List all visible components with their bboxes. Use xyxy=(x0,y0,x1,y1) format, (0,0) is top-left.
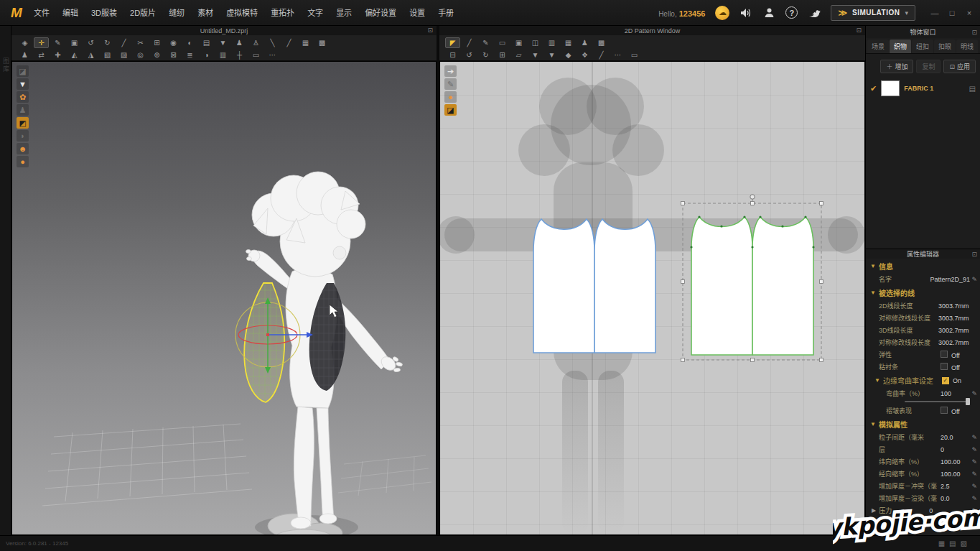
restore-button[interactable]: □ xyxy=(947,9,957,17)
layout-view-icon[interactable]: ▧ xyxy=(961,540,967,547)
avatar-silhouette-tool[interactable]: ♟ xyxy=(577,37,592,48)
edit-value-icon[interactable]: ✎ xyxy=(969,471,977,478)
edit-value-icon[interactable]: ✎ xyxy=(969,495,977,502)
menu-item-avatar[interactable]: 虚拟模特 xyxy=(220,4,264,22)
menu-item-sewing[interactable]: 缝纫 xyxy=(162,4,191,22)
grid-tool[interactable]: ▦ xyxy=(298,37,313,48)
tape-tool[interactable]: ╲ xyxy=(265,37,280,48)
fabric-menu-icon[interactable]: ▤ xyxy=(969,85,976,93)
menu-item-2d-pattern[interactable]: 2D版片 xyxy=(123,4,162,22)
simulation-caret-icon[interactable]: ▾ xyxy=(905,9,908,17)
viewport-3d[interactable]: ◪▼✿♟◩◗☻● xyxy=(11,61,437,535)
add-fabric-button[interactable]: ＋ 增加 xyxy=(880,60,913,73)
bend-rate-slider[interactable] xyxy=(866,399,980,404)
add-point-tool[interactable]: ▭ xyxy=(495,37,510,48)
buttonhole-tool[interactable]: ⊕ xyxy=(149,50,164,60)
help-icon[interactable]: ? xyxy=(785,6,798,19)
fabric-list-item[interactable]: ✔ FABRIC 1 ▤ xyxy=(866,76,980,101)
edit-pressure-icon[interactable]: ✎ xyxy=(969,507,977,514)
walk-avatar-tool[interactable]: ♟ xyxy=(17,50,32,60)
arrangement-points-icon[interactable]: ◩ xyxy=(17,117,29,129)
unfold-tool[interactable]: ⊟ xyxy=(445,50,460,60)
bend-checkbox[interactable]: ✓ xyxy=(942,377,949,384)
tab-button[interactable]: 纽扣 xyxy=(912,40,933,53)
fold-arrangement-tool[interactable]: ◐ xyxy=(182,37,197,48)
transform-pattern-tool[interactable]: ◤ xyxy=(445,37,460,48)
measure-tool[interactable]: ╱ xyxy=(281,37,297,48)
rotate-ccw-tool[interactable]: ↺ xyxy=(462,50,477,60)
minimize-button[interactable]: — xyxy=(930,9,940,17)
shirt-b-tool[interactable]: ▼ xyxy=(544,50,559,60)
pressure-row[interactable]: ▶ 压力 0 ✎ xyxy=(866,504,980,517)
texture-tool[interactable]: ◆ xyxy=(561,50,576,60)
tab-buttonhole[interactable]: 扣眼 xyxy=(934,40,956,53)
button-tool[interactable]: ◎ xyxy=(133,50,148,60)
garment-fit-tool[interactable]: ▤ xyxy=(199,37,214,48)
mesh-a-tool[interactable]: ▧ xyxy=(100,50,115,60)
fabric-strip-tool[interactable]: ▥ xyxy=(215,50,230,60)
edit-curvature-tool[interactable]: ✎ xyxy=(478,37,493,48)
property-editor-float-icon[interactable]: ⊡ xyxy=(971,251,977,258)
avatar-head-icon[interactable]: ☻ xyxy=(17,143,29,154)
elastic-checkbox[interactable] xyxy=(941,351,948,358)
edit-value-icon[interactable]: ✎ xyxy=(969,483,977,490)
zipper-tool[interactable]: ≣ xyxy=(182,50,197,60)
shirt-a-tool[interactable]: ▼ xyxy=(528,50,543,60)
pressure-slider[interactable] xyxy=(866,517,980,522)
object-window-float-icon[interactable]: ⊡ xyxy=(971,29,977,36)
fusible-checkbox[interactable] xyxy=(941,363,948,370)
avatar-pose-tool[interactable]: ♙ xyxy=(248,37,263,48)
rotate-cw-tool[interactable]: ↻ xyxy=(478,50,493,60)
section-bend[interactable]: ▼ 边缘弯曲率设定 ✓On xyxy=(866,373,980,387)
attach-button-tool[interactable]: ⊠ xyxy=(166,50,181,60)
menu-item-manual[interactable]: 手册 xyxy=(431,4,460,22)
dash-tool[interactable]: ⋯ xyxy=(610,50,625,60)
select-gem-tool[interactable]: ◈ xyxy=(17,37,32,48)
seam-taping-tool[interactable]: ◑ xyxy=(199,50,214,60)
close-button[interactable]: × xyxy=(964,9,974,17)
section-selected-line[interactable]: ▼ 被选择的线 xyxy=(866,285,980,300)
grid-view-icon[interactable]: ▦ xyxy=(938,540,945,547)
pin-tool[interactable]: ╱ xyxy=(116,37,131,48)
section-info[interactable]: ▼ 信息 xyxy=(866,259,980,273)
avatar-show-tool[interactable]: ♟ xyxy=(232,37,247,48)
stitch-cross-tool[interactable]: ┼ xyxy=(232,50,247,60)
coin-icon[interactable]: ☁ xyxy=(715,6,729,20)
menu-item-retopology[interactable]: 重拓扑 xyxy=(264,4,301,22)
list-view-icon[interactable]: ▤ xyxy=(949,540,956,547)
swap-tool[interactable]: ⇄ xyxy=(34,50,49,60)
edit-value-icon[interactable]: ✎ xyxy=(969,446,977,453)
flatten-right-tool[interactable]: ◮ xyxy=(83,50,98,60)
print-layout-tool[interactable]: ❖ xyxy=(577,50,592,60)
tab-topstitch[interactable]: 明线 xyxy=(956,40,978,53)
pleats-tool[interactable]: ▦ xyxy=(561,37,576,48)
show-avatar-icon[interactable]: ♟ xyxy=(17,104,29,116)
section-simulation[interactable]: ▼ 模拟属性 xyxy=(866,417,980,431)
menu-item-file[interactable]: 文件 xyxy=(27,4,56,22)
menu-item-edit[interactable]: 编辑 xyxy=(56,4,85,22)
edit-bend-rate-icon[interactable]: ✎ xyxy=(969,390,977,397)
bird-icon[interactable] xyxy=(808,6,821,19)
polygon-tool[interactable]: ▣ xyxy=(511,37,526,48)
transform-pattern-tool[interactable]: ▣ xyxy=(67,37,82,48)
menu-item-preferences[interactable]: 偏好设置 xyxy=(358,4,403,22)
plane-tool[interactable]: ▭ xyxy=(248,50,263,60)
pattern-box-icon[interactable]: ◪ xyxy=(444,104,457,116)
mesh-b-tool[interactable]: ▨ xyxy=(116,50,131,60)
rectangle-tool[interactable]: ◫ xyxy=(528,37,543,48)
more-tools[interactable]: ⋯ xyxy=(265,50,280,60)
dart-tool[interactable]: ▥ xyxy=(544,37,559,48)
menu-item-settings[interactable]: 设置 xyxy=(403,4,431,22)
window-3d-titlebar[interactable]: Untitled_MD.zprj ⊡ xyxy=(11,26,437,35)
menu-item-material[interactable]: 素材 xyxy=(191,4,220,22)
show-garment-icon[interactable]: ▼ xyxy=(17,78,29,90)
brush-tool[interactable]: ✂ xyxy=(133,37,148,48)
rotate-cw-tool[interactable]: ↻ xyxy=(100,37,115,48)
baseline-tool[interactable]: ▭ xyxy=(627,50,642,60)
user-icon[interactable] xyxy=(762,6,775,19)
username-text[interactable]: 123456 xyxy=(679,9,706,18)
trace-tool[interactable]: ▱ xyxy=(511,50,526,60)
edit-icon[interactable]: ✎ xyxy=(444,78,457,90)
tab-scene[interactable]: 场景 xyxy=(867,40,889,53)
copy-fabric-button[interactable]: 复制 xyxy=(916,60,941,73)
